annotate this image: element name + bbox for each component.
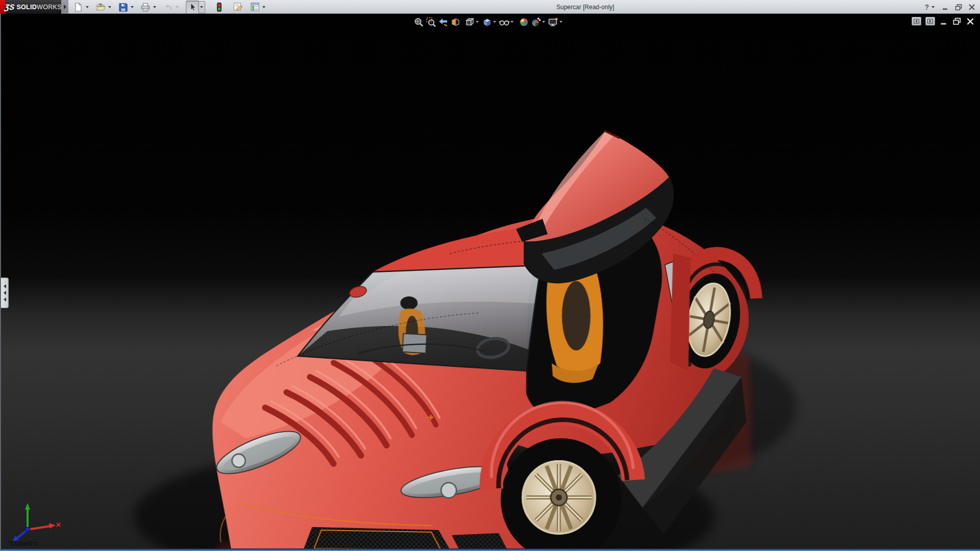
window-title: Supercar [Read-only] bbox=[556, 0, 614, 14]
hide-show-items-button[interactable] bbox=[498, 16, 510, 28]
undo-dropdown[interactable] bbox=[175, 1, 181, 13]
zoom-to-area-icon bbox=[426, 17, 436, 28]
doc-minimize-button[interactable] bbox=[939, 17, 948, 26]
brand-text-bold: SOLID bbox=[16, 4, 37, 11]
help-icon: ? bbox=[924, 3, 929, 11]
previous-view-button[interactable] bbox=[437, 16, 449, 28]
chevron-right-icon bbox=[63, 5, 67, 9]
appearance-ball-icon bbox=[519, 17, 529, 28]
open-dropdown[interactable] bbox=[107, 1, 113, 13]
zoom-to-fit-button[interactable] bbox=[412, 16, 425, 28]
3ds-logo-mark: ƷS bbox=[4, 3, 15, 11]
main-toolbar bbox=[71, 0, 271, 14]
x-axis-arrow bbox=[49, 523, 56, 529]
save-dropdown[interactable] bbox=[130, 1, 136, 13]
view-orientation-label: *Dimetric bbox=[8, 539, 38, 547]
brand-text-light: WORKS bbox=[37, 4, 62, 11]
help-button[interactable]: ? bbox=[924, 3, 936, 11]
zoom-to-fit-icon bbox=[413, 17, 424, 28]
undo-button[interactable] bbox=[161, 1, 175, 14]
supercar-3d-model[interactable] bbox=[1, 14, 980, 551]
traffic-light-icon bbox=[214, 2, 224, 12]
minimize-button[interactable] bbox=[941, 3, 949, 11]
windshield bbox=[298, 265, 541, 371]
collapse-panel-right-button[interactable] bbox=[925, 17, 935, 26]
right-lamp bbox=[441, 483, 456, 498]
title-bar: ƷS SOLIDWORKS bbox=[0, 0, 980, 14]
select-tool-dropdown[interactable] bbox=[199, 1, 205, 13]
solidworks-window: ƷS SOLIDWORKS bbox=[0, 0, 980, 551]
apply-scene-button[interactable] bbox=[530, 16, 542, 28]
print-button[interactable] bbox=[139, 1, 152, 14]
panel-right-icon bbox=[927, 19, 933, 23]
heads-up-view-toolbar bbox=[412, 15, 565, 29]
open-folder-icon bbox=[95, 2, 106, 12]
apply-scene-dropdown[interactable] bbox=[542, 21, 545, 23]
rebuild-button[interactable] bbox=[212, 1, 226, 14]
taskbar-edge bbox=[1, 548, 980, 551]
view-orientation-button[interactable] bbox=[463, 16, 476, 28]
select-tool-button[interactable] bbox=[186, 1, 199, 14]
eyeglasses-icon bbox=[499, 17, 510, 28]
zoom-to-area-button[interactable] bbox=[425, 16, 437, 28]
section-view-button[interactable] bbox=[449, 16, 461, 28]
y-axis-arrow bbox=[25, 503, 30, 510]
collapse-panel-left-button[interactable] bbox=[912, 17, 921, 26]
printer-icon bbox=[140, 2, 151, 12]
chevron-left-icon bbox=[4, 284, 6, 288]
new-document-dropdown[interactable] bbox=[85, 1, 91, 13]
feature-manager-collapsed-tab[interactable] bbox=[1, 278, 9, 308]
options-button[interactable] bbox=[248, 1, 261, 14]
display-style-cube-icon bbox=[482, 17, 493, 28]
file-properties-icon bbox=[232, 2, 243, 12]
close-button[interactable] bbox=[968, 3, 976, 11]
file-properties-button[interactable] bbox=[231, 1, 244, 14]
hide-show-items-dropdown[interactable] bbox=[510, 21, 513, 23]
options-dropdown[interactable] bbox=[261, 1, 267, 13]
save-button[interactable] bbox=[116, 1, 130, 14]
left-lamp bbox=[232, 454, 246, 467]
doc-restore-button[interactable] bbox=[952, 17, 962, 26]
app-window-controls: ? bbox=[924, 0, 976, 14]
open-button[interactable] bbox=[94, 1, 107, 14]
view-orientation-dropdown[interactable] bbox=[476, 21, 479, 23]
save-floppy-icon bbox=[118, 2, 128, 12]
previous-view-icon bbox=[438, 17, 449, 28]
help-dropdown-caret bbox=[932, 6, 935, 8]
restore-button[interactable] bbox=[954, 3, 963, 11]
options-checklist-icon bbox=[250, 2, 260, 12]
graphics-viewport[interactable]: *Dimetric bbox=[0, 14, 980, 551]
reference-triad bbox=[5, 501, 61, 545]
view-settings-dropdown[interactable] bbox=[559, 21, 562, 23]
view-settings-button[interactable] bbox=[547, 16, 559, 28]
doc-close-button[interactable] bbox=[966, 17, 975, 26]
apply-scene-icon bbox=[531, 17, 542, 28]
edit-appearance-button[interactable] bbox=[518, 16, 530, 28]
new-document-icon bbox=[73, 2, 83, 12]
chevron-left-icon bbox=[4, 291, 6, 295]
panel-left-icon bbox=[914, 19, 919, 23]
view-orientation-cube-icon bbox=[464, 17, 475, 28]
menu-expander-button[interactable] bbox=[61, 0, 68, 14]
section-view-icon bbox=[450, 17, 461, 28]
display-style-button[interactable] bbox=[481, 16, 493, 28]
display-style-dropdown[interactable] bbox=[493, 21, 496, 23]
print-dropdown[interactable] bbox=[152, 1, 158, 13]
solidworks-logo: ƷS SOLIDWORKS bbox=[5, 0, 61, 14]
chevron-left-icon bbox=[4, 297, 6, 302]
document-window-controls bbox=[912, 17, 975, 26]
new-document-button[interactable] bbox=[71, 1, 85, 14]
select-cursor-icon bbox=[188, 3, 197, 12]
undo-arrow-icon bbox=[163, 2, 173, 12]
view-settings-icon bbox=[548, 17, 559, 28]
